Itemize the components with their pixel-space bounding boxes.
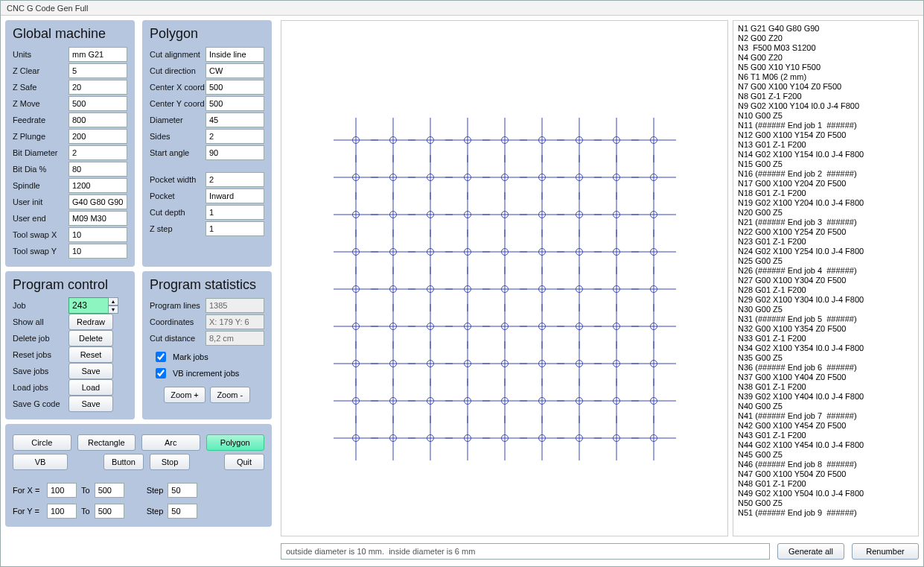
field-input[interactable] (68, 47, 127, 62)
polygon-title: Polygon (150, 26, 264, 42)
action-button[interactable]: Redraw (68, 314, 113, 330)
for-y-step-label: Step (147, 507, 164, 516)
field-input[interactable] (68, 194, 127, 209)
checkbox-label: VB increment jobs (173, 369, 239, 378)
polygon-button[interactable]: Polygon (206, 434, 265, 451)
field-label: Spindle (13, 181, 68, 190)
field-input[interactable] (205, 129, 264, 144)
action-button[interactable]: Save (68, 363, 113, 379)
field-label: Units (13, 50, 68, 59)
program-control-panel: Program control Job ▲ ▼ Show allRedrawDe… (5, 271, 135, 419)
field-input[interactable] (205, 47, 264, 62)
field-label: Coordinates (150, 317, 205, 326)
checkbox-label: Mark jobs (173, 352, 208, 361)
checkbox[interactable] (156, 352, 166, 362)
field-input[interactable] (205, 189, 264, 203)
for-y-from[interactable] (47, 504, 77, 519)
action-label: Load jobs (13, 383, 68, 392)
field-label: Cut direction (150, 66, 205, 75)
action-label: Save G code (13, 399, 68, 408)
generate-all-button[interactable]: Generate all (777, 543, 844, 560)
checkbox[interactable] (156, 368, 166, 378)
field-input[interactable] (68, 80, 127, 95)
field-input[interactable] (205, 205, 264, 220)
action-label: Save jobs (13, 367, 68, 376)
field-label: Start angle (150, 148, 205, 157)
field-input[interactable] (68, 211, 127, 226)
gcode-listing[interactable]: N1 G21 G40 G80 G90 N2 G00 Z20 N3 F500 M0… (733, 20, 919, 536)
zoom-in-button[interactable]: Zoom + (164, 387, 205, 403)
action-label: Delete job (13, 334, 68, 343)
action-label: Show all (13, 317, 68, 326)
field-input[interactable] (205, 80, 264, 95)
circle-button[interactable]: Circle (13, 434, 71, 451)
field-label: User end (13, 214, 68, 223)
for-x-to-label: To (81, 486, 90, 495)
field-label: Z Clear (13, 66, 68, 75)
arc-button[interactable]: Arc (141, 434, 200, 451)
field-label: Center Y coord (150, 99, 205, 108)
field-input[interactable] (205, 63, 264, 78)
field-input[interactable] (68, 227, 127, 242)
action-button[interactable]: Delete (68, 330, 113, 346)
field-input[interactable] (205, 172, 264, 187)
lower-controls-panel: Circle Rectangle Arc Polygon VB Button S… (5, 424, 272, 527)
field-label: Cut depth (150, 208, 205, 217)
field-input (205, 314, 264, 329)
field-input[interactable] (68, 63, 127, 78)
preview-canvas[interactable] (281, 20, 728, 536)
vb-button[interactable]: VB (13, 454, 68, 470)
field-input[interactable] (205, 221, 264, 236)
field-label: Pocket (150, 191, 205, 200)
action-label: Reset jobs (13, 350, 68, 359)
for-y-step[interactable] (168, 504, 197, 519)
quit-button[interactable]: Quit (224, 454, 264, 470)
field-label: User init (13, 197, 68, 206)
field-input[interactable] (68, 178, 127, 193)
for-x-from[interactable] (47, 483, 77, 498)
for-y-to[interactable] (95, 504, 124, 519)
for-x-step[interactable] (168, 483, 197, 498)
drill-mark (631, 416, 676, 460)
field-input (205, 298, 264, 313)
job-input[interactable] (68, 297, 109, 314)
global-machine-panel: Global machine UnitsZ ClearZ SafeZ MoveF… (5, 20, 135, 267)
status-message[interactable] (281, 543, 770, 560)
for-x-label: For X = (13, 486, 42, 495)
field-label: Diameter (150, 115, 205, 124)
field-input[interactable] (68, 162, 127, 177)
field-input[interactable] (68, 244, 127, 259)
zoom-out-button[interactable]: Zoom - (210, 387, 250, 403)
field-label: Sides (150, 132, 205, 141)
field-input[interactable] (205, 145, 264, 160)
field-label: Z Safe (13, 83, 68, 92)
job-spin-down[interactable]: ▼ (108, 305, 118, 314)
polygon-panel: Polygon Cut alignmentCut directionCenter… (142, 20, 272, 267)
field-input[interactable] (68, 113, 127, 127)
renumber-button[interactable]: Renumber (852, 543, 919, 560)
field-label: Program lines (150, 301, 205, 310)
action-button[interactable]: Load (68, 379, 113, 396)
action-button[interactable]: Save (68, 396, 113, 412)
field-input[interactable] (68, 145, 127, 160)
field-label: Tool swap Y (13, 247, 68, 256)
field-input (205, 331, 264, 346)
job-spin-up[interactable]: ▲ (108, 297, 118, 305)
field-label: Cut alignment (150, 50, 205, 59)
field-label: Z Plunge (13, 132, 68, 141)
field-input[interactable] (205, 96, 264, 111)
for-x-to[interactable] (95, 483, 124, 498)
field-label: Z Move (13, 99, 68, 108)
for-y-label: For Y = (13, 507, 42, 516)
rectangle-button[interactable]: Rectangle (77, 434, 136, 451)
button-button[interactable]: Button (103, 454, 144, 470)
field-input[interactable] (205, 113, 264, 127)
field-input[interactable] (68, 129, 127, 144)
job-label: Job (13, 301, 68, 310)
action-button[interactable]: Reset (68, 346, 113, 363)
field-label: Bit Diameter (13, 148, 68, 157)
for-x-step-label: Step (147, 486, 164, 495)
program-stats-title: Program statistics (150, 277, 264, 293)
stop-button[interactable]: Stop (150, 454, 190, 470)
field-input[interactable] (68, 96, 127, 111)
